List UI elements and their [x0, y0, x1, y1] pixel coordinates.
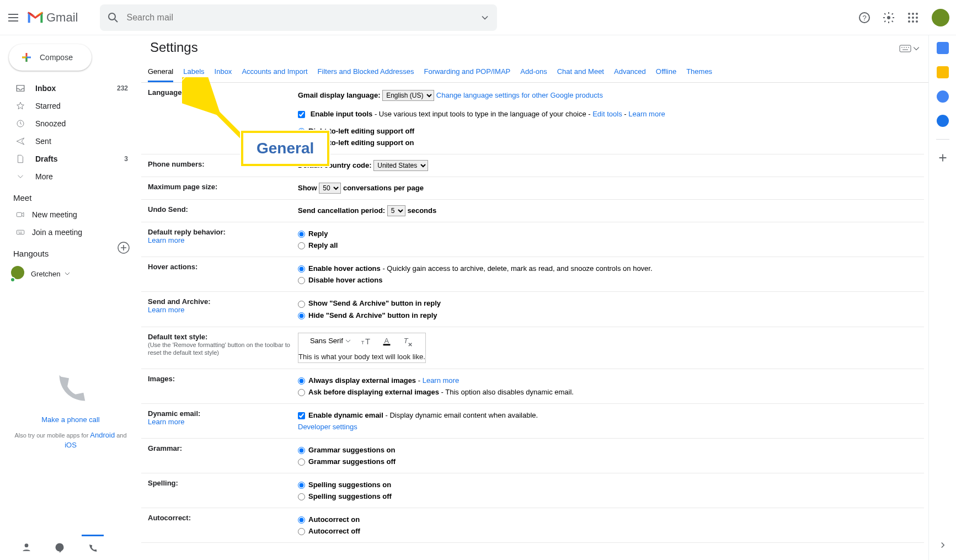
font-size-icon[interactable]: TT: [360, 335, 372, 347]
developer-settings-link[interactable]: Developer settings: [298, 421, 917, 433]
svg-rect-15: [17, 230, 24, 234]
nav-label: Snoozed: [35, 119, 66, 128]
sidebar-item-starred[interactable]: Starred: [0, 97, 141, 115]
tab-general[interactable]: General: [148, 62, 173, 82]
rtl-on-radio[interactable]: [298, 140, 305, 147]
show-send-archive-radio[interactable]: [298, 301, 305, 308]
enable-dynamic-checkbox[interactable]: [298, 412, 305, 419]
search-bar[interactable]: [100, 4, 497, 31]
nav-label: Starred: [35, 102, 61, 110]
menu-icon[interactable]: [7, 11, 20, 24]
learn-more-link[interactable]: Learn more: [148, 306, 298, 314]
collapse-panel-icon[interactable]: [938, 540, 948, 550]
meet-item-new-meeting[interactable]: New meeting: [0, 206, 141, 223]
search-input[interactable]: [126, 13, 473, 23]
sidebar-item-snoozed[interactable]: Snoozed: [0, 115, 141, 132]
spelling-on-radio[interactable]: [298, 482, 305, 489]
tab-chat-and-meet[interactable]: Chat and Meet: [557, 62, 604, 82]
text-style-sample: This is what your body text will look li…: [298, 353, 425, 361]
sidebar-item-drafts[interactable]: Drafts3: [0, 150, 141, 168]
gmail-lang-label: Gmail display language:: [298, 91, 381, 99]
learn-more-link[interactable]: Learn more: [423, 376, 459, 385]
svg-point-11: [912, 20, 914, 23]
ask-images-radio[interactable]: [298, 389, 305, 396]
change-lang-link[interactable]: Change language settings for other Googl…: [436, 91, 603, 99]
compose-button[interactable]: Compose: [9, 44, 92, 71]
get-addons-icon[interactable]: [937, 152, 949, 164]
rtl-off-radio[interactable]: [298, 128, 305, 135]
tab-labels[interactable]: Labels: [183, 62, 204, 82]
meet-section-header: Meet: [0, 185, 141, 206]
tab-forwarding-and-pop-imap[interactable]: Forwarding and POP/IMAP: [424, 62, 510, 82]
gmail-logo-text: Gmail: [46, 10, 78, 25]
svg-point-7: [908, 17, 910, 19]
right-addons-panel: [928, 35, 956, 560]
tab-filters-and-blocked-addresses[interactable]: Filters and Blocked Addresses: [318, 62, 414, 82]
tasks-addon-icon[interactable]: [937, 90, 949, 103]
enable-hover-radio[interactable]: [298, 265, 305, 273]
learn-more-link[interactable]: Learn more: [148, 418, 298, 426]
tab-accounts-and-import[interactable]: Accounts and Import: [242, 62, 307, 82]
new-hangout-icon[interactable]: [117, 241, 130, 254]
country-code-select[interactable]: United States: [373, 160, 428, 171]
autocorrect-off-radio[interactable]: [298, 528, 305, 535]
keyboard-ime-icon[interactable]: [899, 42, 912, 55]
make-phone-call-link[interactable]: Make a phone call: [41, 415, 100, 424]
contacts-tab[interactable]: [15, 535, 38, 560]
reply-radio[interactable]: [298, 231, 305, 238]
phone-tab[interactable]: [82, 535, 104, 560]
grammar-off-radio[interactable]: [298, 458, 305, 466]
svg-point-5: [912, 13, 914, 15]
help-icon[interactable]: ?: [858, 11, 871, 24]
tab-advanced[interactable]: Advanced: [614, 62, 646, 82]
search-options-icon[interactable]: [479, 12, 490, 23]
ime-caret-icon[interactable]: [913, 45, 920, 52]
spelling-row: Spelling: Spelling suggestions on Spelli…: [141, 473, 924, 508]
apps-grid-icon[interactable]: [906, 11, 920, 24]
always-images-radio[interactable]: [298, 377, 305, 385]
tab-inbox[interactable]: Inbox: [215, 62, 232, 82]
contacts-addon-icon[interactable]: [937, 115, 949, 127]
tab-themes[interactable]: Themes: [686, 62, 712, 82]
dropdown-caret-icon[interactable]: [65, 271, 70, 276]
hide-send-archive-radio[interactable]: [298, 312, 305, 319]
gmail-lang-select[interactable]: English (US): [382, 90, 434, 101]
edit-tools-link[interactable]: Edit tools: [592, 110, 622, 118]
autocorrect-on-radio[interactable]: [298, 516, 305, 524]
enable-input-tools-checkbox[interactable]: [298, 111, 305, 118]
keep-addon-icon[interactable]: [937, 66, 949, 78]
settings-gear-icon[interactable]: [882, 11, 895, 24]
spelling-off-radio[interactable]: [298, 493, 305, 500]
calendar-addon-icon[interactable]: [937, 42, 949, 54]
account-avatar[interactable]: [932, 9, 949, 26]
sidebar-item-inbox[interactable]: Inbox232: [0, 79, 141, 97]
search-icon[interactable]: [106, 11, 120, 24]
presence-avatar: [11, 266, 26, 281]
meet-item-join-a-meeting[interactable]: Join a meeting: [0, 223, 141, 241]
font-family-select[interactable]: Sans Serif: [310, 337, 351, 345]
svg-text:?: ?: [862, 14, 866, 22]
disable-hover-radio[interactable]: [298, 277, 305, 284]
tab-add-ons[interactable]: Add-ons: [520, 62, 547, 82]
send-icon: [15, 136, 25, 146]
sidebar-item-more[interactable]: More: [0, 168, 141, 185]
hangouts-tab[interactable]: [49, 535, 71, 560]
settings-scroll[interactable]: Language: Gmail display language: Englis…: [141, 83, 928, 560]
tab-offline[interactable]: Offline: [656, 62, 676, 82]
learn-more-link[interactable]: Learn more: [148, 236, 298, 244]
undo-seconds-select[interactable]: 5: [387, 205, 405, 216]
sidebar-item-sent[interactable]: Sent: [0, 132, 141, 150]
grammar-on-radio[interactable]: [298, 447, 305, 454]
sidebar: Compose Inbox232StarredSnoozedSentDrafts…: [0, 35, 141, 560]
hangouts-self-row[interactable]: Gretchen: [0, 262, 141, 286]
sidebar-bottom-tabs: [0, 535, 141, 560]
gmail-logo[interactable]: Gmail: [26, 10, 78, 25]
text-color-icon[interactable]: A: [381, 335, 393, 347]
gmail-icon: [26, 11, 44, 24]
learn-more-link[interactable]: Learn more: [628, 110, 665, 118]
ios-link[interactable]: iOS: [65, 441, 77, 449]
page-size-select[interactable]: 50: [319, 183, 341, 194]
reply-all-radio[interactable]: [298, 242, 305, 249]
remove-formatting-icon[interactable]: T: [402, 335, 414, 347]
android-link[interactable]: Android: [90, 431, 115, 439]
